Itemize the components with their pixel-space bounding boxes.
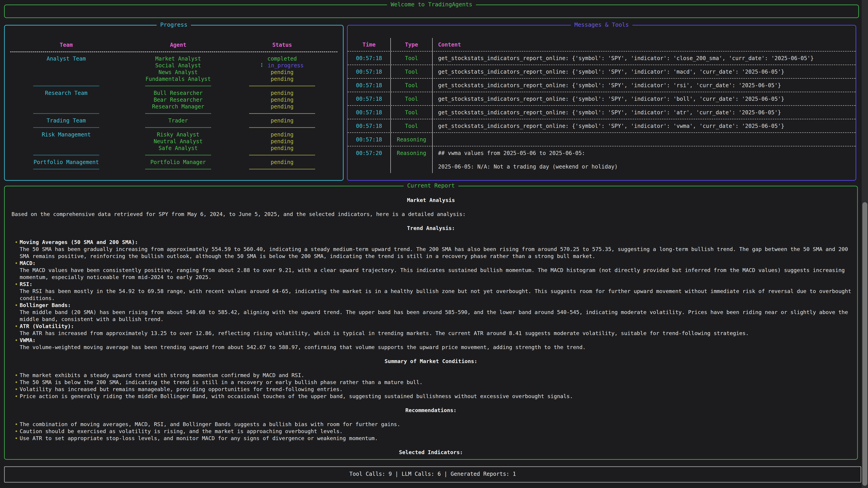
report-bullet: •Price action is generally riding the mi… <box>5 393 857 400</box>
progress-team-cell <box>5 145 128 152</box>
message-type: Reasoning <box>391 147 433 173</box>
bullet-icon: • <box>15 393 18 400</box>
progress-team-cell <box>5 76 128 83</box>
message-content: get_stockstats_indicators_report_online:… <box>433 119 856 132</box>
report-bullet-title: •ATR (Volatility): <box>5 323 857 330</box>
report-panel-title: Current Report <box>403 182 458 189</box>
messages-table: Time Type Content 00:57:18Toolget_stocks… <box>348 38 856 173</box>
message-type: Tool <box>391 92 433 105</box>
report-bullet-title: •VWMA: <box>5 337 857 344</box>
report-heading: Summary of Market Conditions: <box>5 358 857 365</box>
message-row: 00:57:18Toolget_stockstats_indicators_re… <box>348 92 856 106</box>
report-bullet: •Use ATR to set appropriate stop-loss le… <box>5 435 857 442</box>
message-time: 00:57:18 <box>348 133 391 146</box>
progress-agent-cell: Fundamentals Analyst <box>128 76 228 83</box>
progress-team-cell: Risk Management <box>5 131 128 138</box>
bullet-icon: • <box>15 302 18 309</box>
report-bullet-title: •RSI: <box>5 281 857 288</box>
report-paragraph: Based on the comprehensive data retrieve… <box>5 211 857 218</box>
message-content: get_stockstats_indicators_report_online:… <box>433 65 856 78</box>
message-row: 00:57:18Toolget_stockstats_indicators_re… <box>348 52 856 65</box>
progress-row: Fundamentals Analystpending <box>5 76 343 83</box>
message-time: 00:57:20 <box>348 147 391 173</box>
progress-agent-cell: Trader <box>128 117 228 124</box>
report-heading: Selected Indicators: <box>5 449 857 456</box>
report-content: Market Analysis Based on the comprehensi… <box>5 197 857 456</box>
message-content: get_stockstats_indicators_report_online:… <box>433 78 856 92</box>
message-type: Reasoning <box>391 133 433 146</box>
progress-row: Risk ManagementRisky Analystpending <box>5 131 343 138</box>
messages-tools-panel: Messages & Tools Time Type Content 00:57… <box>347 25 856 181</box>
bullet-icon: • <box>15 421 18 428</box>
scrollbar-thumb[interactable] <box>862 202 867 486</box>
progress-row: Neutral Analystpending <box>5 138 343 145</box>
message-time: 00:57:18 <box>348 65 391 78</box>
report-blank-line <box>5 351 857 358</box>
progress-team-cell <box>5 96 128 103</box>
progress-agent-cell: Social Analyst <box>128 62 228 69</box>
bullet-icon: • <box>15 428 18 435</box>
bullet-icon: • <box>15 323 18 330</box>
messages-rows: 00:57:18Toolget_stockstats_indicators_re… <box>348 52 856 173</box>
report-blank-line <box>5 442 857 449</box>
progress-team-cell: Portfolio Management <box>5 159 128 166</box>
progress-row: News Analystpending <box>5 69 343 76</box>
progress-row: Analyst TeamMarket Analystcompleted <box>5 55 343 62</box>
progress-team-cell: Research Team <box>5 90 128 96</box>
report-blank-line <box>5 365 857 372</box>
messages-table-header: Time Type Content <box>348 38 856 52</box>
message-time: 00:57:18 <box>348 92 391 105</box>
message-row: 00:57:20Reasoning## vwma values from 202… <box>348 147 856 173</box>
report-blank-line <box>5 400 857 407</box>
report-text-line: The middle band (20 SMA) has been rising… <box>5 309 857 316</box>
status-badge: completed <box>228 55 336 62</box>
progress-agent-cell: Portfolio Manager <box>128 159 228 166</box>
progress-separator <box>5 110 343 117</box>
message-time: 00:57:18 <box>348 52 391 65</box>
status-badge: ⠇in_progress <box>228 62 336 69</box>
progress-team-cell: Trading Team <box>5 117 128 124</box>
report-blank-line <box>5 414 857 421</box>
progress-rows: Analyst TeamMarket AnalystcompletedSocia… <box>5 55 343 173</box>
progress-row: Bear Researcherpending <box>5 96 343 103</box>
progress-agent-cell: Safe Analyst <box>128 145 228 152</box>
report-bullet: •Caution should be exercised as volatili… <box>5 428 857 435</box>
scrollbar-track[interactable] <box>862 0 868 488</box>
stats-text: Tool Calls: 9 | LLM Calls: 6 | Generated… <box>5 467 861 481</box>
status-badge: pending <box>228 159 336 166</box>
progress-panel-title: Progress <box>157 22 191 28</box>
message-type: Tool <box>391 119 433 132</box>
spinner-icon: ⠇ <box>260 62 265 69</box>
report-heading: Trend Analysis: <box>5 225 857 232</box>
report-heading: Market Analysis <box>5 197 857 204</box>
report-text-line: conditions. <box>5 295 857 302</box>
progress-header-separator <box>5 48 343 55</box>
progress-col-team: Team <box>5 41 128 48</box>
progress-team-cell: Analyst Team <box>5 55 128 62</box>
progress-separator <box>5 124 343 131</box>
progress-agent-cell: Risky Analyst <box>128 131 228 138</box>
progress-row: Research Managerpending <box>5 103 343 110</box>
bullet-icon: • <box>15 260 18 267</box>
message-row: 00:57:18Toolget_stockstats_indicators_re… <box>348 65 856 78</box>
message-content: get_stockstats_indicators_report_online:… <box>433 92 856 105</box>
report-text-line: momentum, especially noticeable from mid… <box>5 274 857 281</box>
messages-col-content: Content <box>433 38 856 51</box>
progress-table: Team Agent Status Analyst TeamMarket Ana… <box>5 41 343 173</box>
message-row: 00:57:18Toolget_stockstats_indicators_re… <box>348 119 856 133</box>
report-bullet-title: •MACD: <box>5 260 857 267</box>
progress-separator <box>5 152 343 159</box>
progress-separator <box>5 83 343 90</box>
message-type: Tool <box>391 52 433 65</box>
message-type: Tool <box>391 65 433 78</box>
progress-team-cell <box>5 69 128 76</box>
progress-separator <box>5 166 343 173</box>
status-badge: pending <box>228 76 336 83</box>
report-text-line: The volume-weighted moving average has b… <box>5 344 857 351</box>
report-bullet: •The market exhibits a steady upward tre… <box>5 372 857 379</box>
messages-panel-title: Messages & Tools <box>571 22 632 28</box>
report-bullet-title: •Bollinger Bands: <box>5 302 857 309</box>
status-badge: pending <box>228 138 336 145</box>
message-content: get_stockstats_indicators_report_online:… <box>433 52 856 65</box>
progress-agent-cell: Neutral Analyst <box>128 138 228 145</box>
